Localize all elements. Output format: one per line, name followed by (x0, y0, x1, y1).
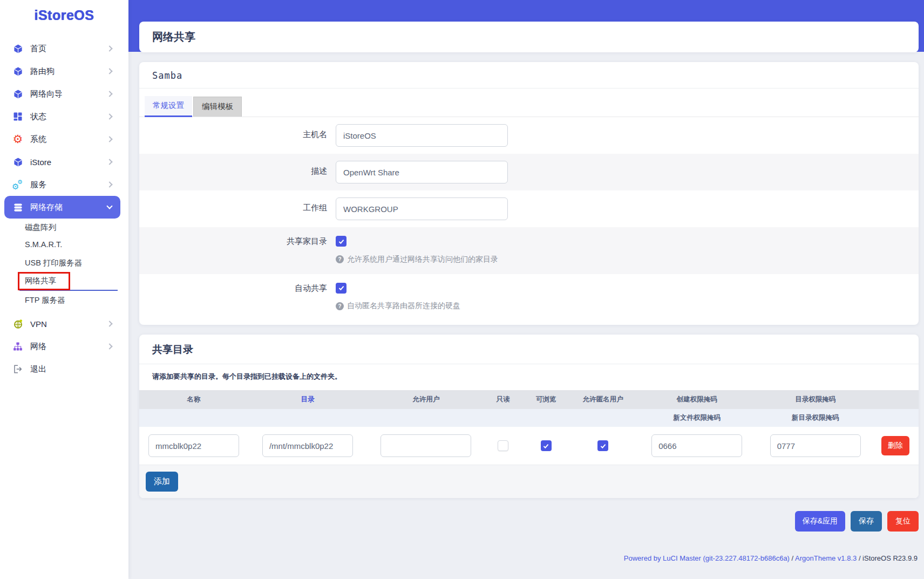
luci-link[interactable]: Powered by LuCI Master (git-23.227.48172… (624, 554, 790, 562)
sidebar-item-logout[interactable]: 退出 (4, 358, 120, 380)
col-create-mask: 创建权限掩码 (635, 390, 759, 409)
col-read-only: 只读 (485, 390, 521, 409)
auto-share-label: 自动共享 (139, 283, 327, 311)
cube-icon (12, 88, 24, 100)
argon-theme-link[interactable]: ArgonTheme v1.8.3 (795, 554, 857, 562)
sidebar-item-routerdog[interactable]: 路由狗 (4, 60, 120, 83)
col-browseable: 可浏览 (521, 390, 571, 409)
cube-icon (12, 156, 24, 168)
sidebar-item-label: 网络向导 (30, 89, 107, 99)
sidebar-item-label: 网络 (30, 342, 107, 352)
shares-table-subheader: 新文件权限掩码 新目录权限掩码 (139, 409, 919, 427)
brand-logo: iStoreOS (0, 0, 128, 37)
col-directory[interactable]: 目录 (248, 390, 366, 409)
page-title-card: 网络共享 (139, 22, 919, 52)
samba-card: Samba 常规设置 编辑模板 主机名 描述 工作组 共享家目录 ? 允许系统用… (139, 62, 919, 325)
main-content: 网络共享 Samba 常规设置 编辑模板 主机名 描述 工作组 共享家目录 (128, 0, 924, 579)
shares-table-footer: 添加 (139, 465, 919, 498)
share-path-input[interactable] (262, 434, 353, 457)
share-users-input[interactable] (381, 434, 471, 457)
workgroup-label: 工作组 (139, 197, 327, 220)
gear-icon: ⚙ (12, 133, 24, 145)
help-text: 自动匿名共享路由器所连接的硬盘 (347, 301, 460, 311)
shares-card-title: 共享目录 (152, 344, 193, 355)
browseable-checkbox[interactable] (541, 440, 552, 451)
samba-tabbar: 常规设置 编辑模板 (139, 88, 919, 117)
chevron-right-icon (106, 91, 112, 97)
sidebar-item-label: VPN (30, 319, 107, 329)
sidebar-item-vpn[interactable]: VPN (4, 312, 120, 335)
sidebar: iStoreOS 首页 路由狗 网络向导 状态 ⚙ 系统 iStore ⚙⚙ 服… (0, 0, 128, 579)
hostname-input[interactable] (336, 124, 508, 147)
chevron-right-icon (106, 321, 112, 326)
sidebar-item-label: 路由狗 (30, 66, 107, 77)
samba-card-header: Samba (139, 62, 919, 88)
form-row-share-home: 共享家目录 ? 允许系统用户通过网络共享访问他们的家目录 (139, 227, 919, 274)
sidebar-item-network-wizard[interactable]: 网络向导 (4, 83, 120, 105)
chevron-right-icon (106, 45, 112, 51)
form-row-auto-share: 自动共享 ? 自动匿名共享路由器所连接的硬盘 (139, 274, 919, 325)
sidebar-item-system[interactable]: ⚙ 系统 (4, 128, 120, 151)
chevron-right-icon (106, 68, 112, 74)
subcol-new-dir-mask: 新目录权限掩码 (759, 409, 872, 427)
sidebar-subitem-usb-print[interactable]: USB 打印服务器 (0, 254, 128, 272)
share-home-label: 共享家目录 (139, 236, 327, 264)
col-name: 名称 (139, 390, 248, 409)
gears-icon: ⚙⚙ (12, 179, 24, 190)
sidebar-item-network[interactable]: 网络 (4, 335, 120, 358)
hostname-label: 主机名 (139, 124, 327, 147)
col-allowed-users: 允许用户 (367, 390, 485, 409)
auto-share-help: ? 自动匿名共享路由器所连接的硬盘 (336, 301, 460, 311)
read-only-checkbox[interactable] (498, 440, 508, 451)
sitemap-icon (12, 340, 24, 352)
help-text: 允许系统用户通过网络共享访问他们的家目录 (347, 255, 498, 264)
delete-share-button[interactable]: 删除 (881, 436, 909, 455)
submenu-label: S.M.A.R.T. (25, 240, 62, 249)
dir-mask-input[interactable] (770, 434, 861, 457)
tab-general-settings[interactable]: 常规设置 (145, 96, 192, 117)
share-table-row: 删除 (139, 427, 919, 465)
tab-edit-template[interactable]: 编辑模板 (193, 97, 242, 117)
page-footer: Powered by LuCI Master (git-23.227.48172… (139, 554, 919, 562)
sidebar-item-network-storage[interactable]: 网络存储 (4, 196, 120, 219)
description-input[interactable] (336, 161, 508, 183)
sidebar-subitem-network-share[interactable]: 网络共享 (0, 272, 128, 291)
shares-description: 请添加要共享的目录。每个目录指到已挂载设备上的文件夹。 (139, 364, 919, 390)
chevron-right-icon (106, 113, 112, 119)
form-row-description: 描述 (139, 154, 919, 190)
question-icon: ? (336, 255, 344, 263)
cube-icon (12, 65, 24, 77)
chevron-right-icon (106, 181, 112, 187)
sidebar-item-istore[interactable]: iStore (4, 151, 120, 173)
sidebar-item-services[interactable]: ⚙⚙ 服务 (4, 173, 120, 196)
share-name-input[interactable] (148, 434, 239, 457)
col-dir-mask: 目录权限掩码 (759, 390, 872, 409)
footer-separator: / (857, 554, 862, 562)
question-icon: ? (336, 302, 344, 310)
logout-icon (12, 363, 24, 375)
sidebar-subitem-smart[interactable]: S.M.A.R.T. (0, 236, 128, 254)
sidebar-item-home[interactable]: 首页 (4, 37, 120, 60)
col-actions (872, 395, 919, 405)
reset-button[interactable]: 复位 (887, 511, 919, 532)
chevron-down-icon (106, 203, 112, 209)
save-button[interactable]: 保存 (851, 511, 882, 532)
share-home-checkbox[interactable] (336, 236, 346, 247)
sidebar-subitem-ftp[interactable]: FTP 服务器 (0, 291, 128, 309)
save-apply-button[interactable]: 保存&应用 (795, 511, 845, 532)
description-label: 描述 (139, 161, 327, 183)
form-row-workgroup: 工作组 (139, 190, 919, 227)
subcol-new-file-mask: 新文件权限掩码 (635, 409, 759, 427)
sidebar-subitem-raid[interactable]: 磁盘阵列 (0, 219, 128, 236)
allow-guests-checkbox[interactable] (597, 440, 608, 451)
chevron-right-icon (106, 136, 112, 142)
chevron-right-icon (106, 159, 112, 165)
auto-share-checkbox[interactable] (336, 283, 346, 294)
sidebar-item-status[interactable]: 状态 (4, 105, 120, 128)
globe-icon (12, 318, 24, 330)
create-mask-input[interactable] (651, 434, 742, 457)
workgroup-input[interactable] (336, 197, 508, 220)
add-share-button[interactable]: 添加 (146, 472, 178, 492)
sidebar-item-label: 网络存储 (30, 202, 107, 213)
brand-logo-text: iStoreOS (35, 8, 94, 23)
